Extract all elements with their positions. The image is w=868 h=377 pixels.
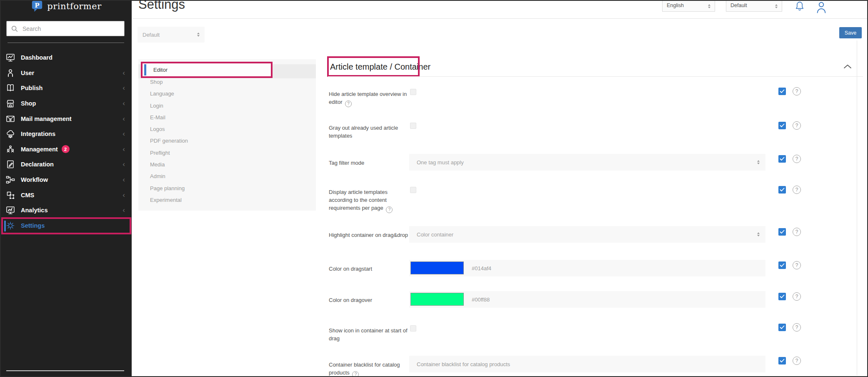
subnav-item-e-mail[interactable]: E-Mail: [138, 111, 316, 123]
profile-select[interactable]: Default: [138, 27, 205, 43]
subnav-item-editor[interactable]: Editor: [153, 67, 168, 73]
help-icon[interactable]: ?: [345, 101, 352, 107]
sidebar-item-label: Declaration: [21, 161, 54, 168]
sidebar-nav: DashboardUser‹Publish‹Shop‹Mail manageme…: [1, 50, 132, 233]
scrollbar-track[interactable]: [857, 40, 857, 375]
chevron-left-icon: ‹: [123, 84, 125, 92]
sidebar-item-label: Analytics: [21, 207, 48, 214]
subnav-item-logos[interactable]: Logos: [138, 123, 316, 135]
check-icon: [780, 188, 785, 192]
sidebar-item-publish[interactable]: Publish‹: [1, 80, 132, 96]
sidebar-item-shop[interactable]: Shop‹: [1, 96, 132, 111]
sidebar-item-label: Settings: [21, 222, 45, 229]
shop-icon: [5, 98, 16, 109]
notifications-button[interactable]: [794, 0, 805, 15]
chevron-left-icon: ‹: [123, 145, 125, 153]
setting-checkbox[interactable]: [410, 123, 416, 129]
subnav-item-admin[interactable]: Admin: [138, 171, 316, 182]
help-icon[interactable]: ?: [386, 206, 393, 213]
select-value: Color container: [417, 231, 453, 238]
sidebar-item-user[interactable]: User‹: [1, 65, 132, 81]
setting-enabled-checkbox[interactable]: [778, 357, 786, 364]
setting-text-input[interactable]: [409, 361, 765, 367]
sidebar-item-cms[interactable]: CMS‹: [1, 187, 132, 203]
color-swatch[interactable]: [410, 293, 464, 306]
search-input[interactable]: [23, 25, 114, 32]
subnav-item-page-planning[interactable]: Page planning: [138, 182, 316, 194]
collapse-section-button[interactable]: [843, 63, 852, 70]
sidebar-item-settings[interactable]: Settings: [1, 218, 132, 234]
sidebar-item-label: User: [21, 70, 34, 76]
setting-checkbox[interactable]: [410, 89, 416, 95]
setting-label: Show icon in container at start of drag: [329, 327, 410, 342]
select-arrows-icon: [775, 4, 778, 8]
setting-enabled-checkbox[interactable]: [778, 293, 786, 300]
sidebar-item-management[interactable]: Management2‹: [1, 142, 132, 157]
color-swatch[interactable]: [410, 261, 464, 274]
setting-label: Gray out already used article templates: [329, 124, 410, 140]
setting-enabled-checkbox[interactable]: [778, 186, 786, 194]
help-icon[interactable]: ?: [793, 323, 801, 332]
setting-enabled-checkbox[interactable]: [778, 261, 786, 269]
section-divider: [328, 76, 863, 77]
help-icon[interactable]: ?: [793, 292, 801, 301]
bell-icon: [794, 0, 805, 13]
settings-subnav: ShopLanguageLoginE-MailLogosPDF generati…: [138, 59, 316, 211]
check-icon: [780, 157, 785, 161]
account-scope-select-value: Default: [730, 3, 747, 8]
subnav-item-login[interactable]: Login: [138, 100, 316, 111]
cms-icon: [5, 190, 16, 201]
sidebar-item-label: Management: [21, 146, 58, 153]
profile-button[interactable]: [814, 0, 828, 17]
sidebar-item-mail-management[interactable]: Mail management‹: [1, 111, 132, 126]
dashboard-icon: [5, 52, 16, 63]
setting-enabled-checkbox[interactable]: [778, 122, 786, 129]
help-icon[interactable]: ?: [352, 371, 359, 377]
setting-enabled-checkbox[interactable]: [778, 228, 786, 236]
setting-select[interactable]: One tag must apply: [409, 154, 765, 171]
chevron-left-icon: ‹: [123, 69, 125, 77]
select-arrows-icon: [757, 232, 760, 236]
subnav-item-experimental[interactable]: Experimental: [138, 194, 316, 206]
sidebar-item-label: Shop: [21, 100, 36, 107]
help-icon[interactable]: ?: [793, 87, 801, 96]
subnav-item-media[interactable]: Media: [138, 158, 316, 170]
help-icon[interactable]: ?: [793, 186, 801, 194]
sidebar-item-workflow[interactable]: Workflow‹: [1, 172, 132, 188]
help-icon[interactable]: ?: [793, 357, 801, 365]
sidebar-item-dashboard[interactable]: Dashboard: [1, 50, 132, 65]
printformer-logo-icon: P: [31, 0, 43, 13]
sidebar-item-label: Workflow: [21, 176, 48, 183]
active-item-indicator: [144, 64, 146, 75]
account-scope-select[interactable]: Default: [726, 0, 782, 12]
sidebar-item-label: Publish: [21, 85, 43, 91]
setting-enabled-checkbox[interactable]: [778, 324, 786, 331]
logo[interactable]: P printformer: [1, 0, 132, 13]
sidebar-item-integrations[interactable]: Integrations‹: [1, 126, 132, 142]
text-field: [409, 356, 765, 372]
check-icon: [780, 89, 785, 93]
subnav-item-preflight[interactable]: Preflight: [138, 147, 316, 158]
sidebar-item-declaration[interactable]: Declaration‹: [1, 157, 132, 172]
chevron-left-icon: ‹: [123, 160, 125, 168]
sidebar-item-analytics[interactable]: Analytics‹: [1, 203, 132, 218]
help-icon[interactable]: ?: [793, 261, 801, 269]
subnav-item-language[interactable]: Language: [138, 88, 316, 100]
check-icon: [780, 325, 785, 329]
sidebar-divider-bottom: [6, 370, 124, 371]
integrations-icon: [5, 128, 16, 139]
help-icon[interactable]: ?: [793, 121, 801, 130]
setting-label: Hide article template overview in editor…: [329, 90, 410, 107]
save-button[interactable]: Save: [839, 27, 862, 38]
subnav-item-pdf-generation[interactable]: PDF generation: [138, 135, 316, 147]
color-field: #014af4: [409, 260, 765, 276]
setting-select[interactable]: Color container: [409, 226, 765, 243]
help-icon[interactable]: ?: [793, 228, 801, 236]
setting-enabled-checkbox[interactable]: [778, 88, 786, 95]
help-icon[interactable]: ?: [793, 155, 801, 163]
setting-enabled-checkbox[interactable]: [778, 155, 786, 163]
setting-checkbox[interactable]: [410, 325, 416, 332]
search-icon: [11, 25, 18, 33]
language-select[interactable]: English: [662, 0, 715, 12]
setting-checkbox[interactable]: [410, 187, 416, 193]
